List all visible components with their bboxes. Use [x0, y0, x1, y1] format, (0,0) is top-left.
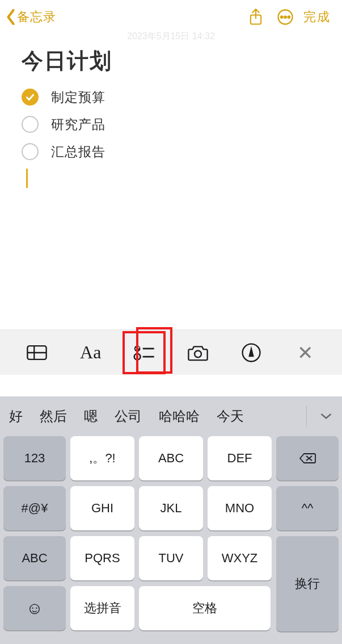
checklist-item[interactable]: 研究产品 — [22, 111, 320, 138]
format-toolbar: Aa ✕ — [0, 329, 342, 375]
key-select-pinyin[interactable]: 选拼音 — [70, 586, 134, 630]
key-space[interactable]: 空格 — [139, 586, 271, 630]
key-delete[interactable] — [276, 436, 339, 480]
checklist-item[interactable]: 制定预算 — [22, 83, 320, 111]
key-jkl[interactable]: JKL — [139, 486, 203, 530]
chevron-left-icon — [6, 9, 16, 26]
checklist-button[interactable] — [127, 336, 161, 370]
key-abc-mode[interactable]: ABC — [3, 536, 66, 580]
table-button[interactable] — [20, 336, 54, 370]
checkbox-unchecked-icon[interactable] — [22, 143, 39, 160]
candidate[interactable]: 好 — [9, 407, 23, 425]
key-def[interactable]: DEF — [208, 436, 272, 480]
divider — [306, 405, 307, 427]
candidate[interactable]: 公司 — [115, 407, 142, 425]
text-cursor — [26, 169, 28, 188]
nav-bar: 备忘录 完成 — [0, 0, 342, 34]
key-face[interactable]: ^^ — [276, 486, 339, 530]
checklist-text[interactable]: 研究产品 — [51, 116, 105, 133]
checklist-text[interactable]: 汇总报告 — [51, 143, 105, 161]
svg-point-3 — [284, 16, 286, 18]
key-mno[interactable]: MNO — [208, 486, 272, 530]
key-punct[interactable]: ,。?! — [70, 436, 134, 480]
back-label: 备忘录 — [17, 9, 56, 26]
note-title[interactable]: 今日计划 — [22, 47, 320, 76]
note-timestamp: 2023年5月15日 14:32 — [0, 31, 342, 43]
share-button[interactable] — [241, 5, 271, 30]
svg-point-12 — [195, 350, 201, 357]
more-button[interactable] — [271, 5, 300, 30]
keyboard: 好 然后 嗯 公司 哈哈哈 今天 123 ,。?! ABC DEF #@¥ GH… — [0, 396, 342, 644]
key-abc2[interactable]: ABC — [139, 436, 203, 480]
done-button[interactable]: 完成 — [303, 9, 331, 26]
candidate[interactable]: 嗯 — [84, 407, 98, 425]
checklist-item[interactable]: 汇总报告 — [22, 138, 320, 165]
key-wxyz[interactable]: WXYZ — [208, 536, 272, 580]
checkbox-checked-icon[interactable] — [22, 89, 39, 106]
markup-button[interactable] — [234, 336, 268, 370]
svg-point-10 — [134, 353, 141, 359]
svg-point-4 — [288, 16, 290, 18]
key-123[interactable]: 123 — [3, 436, 66, 480]
key-emoji[interactable]: ☺ — [3, 586, 66, 630]
note-body[interactable]: 今日计划 制定预算研究产品汇总报告 — [0, 34, 342, 188]
key-ghi[interactable]: GHI — [70, 486, 134, 530]
candidate[interactable]: 今天 — [217, 407, 243, 425]
key-symbols[interactable]: #@¥ — [3, 486, 66, 530]
candidate[interactable]: 然后 — [40, 407, 67, 425]
key-pqrs[interactable]: PQRS — [70, 536, 134, 580]
checkbox-unchecked-icon[interactable] — [22, 116, 39, 133]
svg-point-2 — [281, 16, 283, 18]
close-toolbar-button[interactable]: ✕ — [288, 336, 322, 370]
text-style-button[interactable]: Aa — [74, 336, 108, 370]
key-return[interactable]: 换行 — [276, 536, 339, 632]
checklist-text[interactable]: 制定预算 — [51, 89, 105, 106]
key-tuv[interactable]: TUV — [139, 536, 203, 580]
candidate-expand-button[interactable] — [314, 404, 339, 429]
camera-button[interactable] — [181, 336, 215, 370]
back-button[interactable]: 备忘录 — [6, 9, 56, 26]
candidate-bar: 好 然后 嗯 公司 哈哈哈 今天 — [0, 396, 342, 436]
candidate[interactable]: 哈哈哈 — [159, 407, 200, 425]
